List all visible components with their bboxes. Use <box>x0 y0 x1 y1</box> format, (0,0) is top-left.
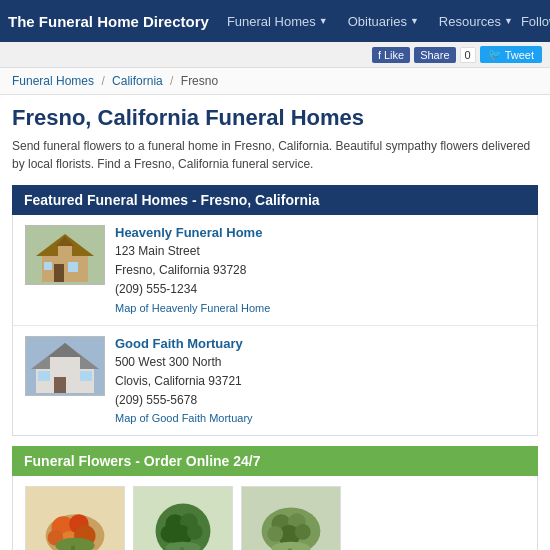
house-image-1 <box>26 226 104 284</box>
nav-resources[interactable]: Resources ▼ <box>431 10 521 33</box>
funeral-home-image-1 <box>25 225 105 285</box>
svg-rect-5 <box>44 262 52 270</box>
resources-arrow: ▼ <box>504 16 513 26</box>
breadcrumb: Funeral Homes / California / Fresno <box>0 68 550 95</box>
flower-item-2[interactable] <box>133 486 233 550</box>
funeral-home-phone-2: (209) 555-5678 <box>115 391 525 410</box>
svg-rect-4 <box>68 262 78 272</box>
nav-links: Funeral Homes ▼ Obituaries ▼ Resources ▼ <box>219 10 521 33</box>
site-brand[interactable]: The Funeral Home Directory <box>8 13 209 30</box>
facebook-like-button[interactable]: f Like <box>372 47 410 63</box>
svg-point-31 <box>160 525 178 543</box>
flowers-grid <box>12 476 538 550</box>
svg-rect-13 <box>80 371 92 381</box>
flower-bouquet-mixed <box>242 487 340 550</box>
funeral-home-name-1[interactable]: Heavenly Funeral Home <box>115 225 525 240</box>
svg-rect-11 <box>54 377 66 393</box>
flower-svg-1 <box>26 486 124 550</box>
navbar: The Funeral Home Directory Funeral Homes… <box>0 0 550 42</box>
house-image-2 <box>26 337 104 395</box>
svg-point-30 <box>187 524 203 540</box>
breadcrumb-california[interactable]: California <box>112 74 163 88</box>
share-count: 0 <box>460 47 476 63</box>
funeral-home-phone-1: (209) 555-1234 <box>115 280 525 299</box>
page-description: Send funeral flowers to a funeral home i… <box>12 137 538 173</box>
funeral-home-image-2 <box>25 336 105 396</box>
svg-point-40 <box>267 526 283 542</box>
social-bar: f Like Share 0 🐦 Tweet <box>0 42 550 68</box>
flower-svg-3 <box>242 486 340 550</box>
flower-item-3[interactable] <box>241 486 341 550</box>
funeral-home-city-1: Fresno, California 93728 <box>115 261 525 280</box>
breadcrumb-current: Fresno <box>181 74 218 88</box>
breadcrumb-sep-2: / <box>170 74 173 88</box>
svg-rect-3 <box>54 264 64 282</box>
funeral-home-address-2: 500 West 300 North <box>115 353 525 372</box>
nav-funeral-homes[interactable]: Funeral Homes ▼ <box>219 10 336 33</box>
twitter-tweet-button[interactable]: 🐦 Tweet <box>480 46 542 63</box>
flowers-header: Funeral Flowers - Order Online 24/7 <box>12 446 538 476</box>
page-title: Fresno, California Funeral Homes <box>12 105 538 131</box>
featured-list: Heavenly Funeral Home 123 Main Street Fr… <box>12 215 538 436</box>
svg-rect-24 <box>71 546 75 550</box>
follow-us-label: Follow Us <box>521 14 550 29</box>
main-content: Fresno, California Funeral Homes Send fu… <box>0 95 550 550</box>
flower-bouquet-green <box>134 487 232 550</box>
flower-item-1[interactable] <box>25 486 125 550</box>
svg-point-39 <box>295 524 311 540</box>
svg-rect-12 <box>38 371 50 381</box>
facebook-share-button[interactable]: Share <box>414 47 455 63</box>
breadcrumb-sep-1: / <box>101 74 104 88</box>
obituaries-arrow: ▼ <box>410 16 419 26</box>
funeral-home-address-1: 123 Main Street <box>115 242 525 261</box>
funeral-home-details-2: Good Faith Mortuary 500 West 300 North C… <box>115 336 525 426</box>
svg-rect-7 <box>58 246 72 256</box>
funeral-home-details-1: Heavenly Funeral Home 123 Main Street Fr… <box>115 225 525 315</box>
funeral-home-item: Heavenly Funeral Home 123 Main Street Fr… <box>13 215 537 326</box>
funeral-home-name-2[interactable]: Good Faith Mortuary <box>115 336 525 351</box>
funeral-home-city-2: Clovis, California 93721 <box>115 372 525 391</box>
funeral-homes-arrow: ▼ <box>319 16 328 26</box>
flower-bouquet-orange <box>26 487 124 550</box>
funeral-home-map-link-1[interactable]: Map of Heavenly Funeral Home <box>115 302 270 314</box>
nav-obituaries[interactable]: Obituaries ▼ <box>340 10 427 33</box>
breadcrumb-funeral-homes[interactable]: Funeral Homes <box>12 74 94 88</box>
funeral-home-item-2: Good Faith Mortuary 500 West 300 North C… <box>13 326 537 436</box>
flower-svg-2 <box>134 486 232 550</box>
fb-icon: f <box>378 49 381 61</box>
twitter-icon: 🐦 <box>488 48 502 61</box>
featured-header: Featured Funeral Homes - Fresno, Califor… <box>12 185 538 215</box>
svg-rect-15 <box>50 357 80 369</box>
funeral-home-map-link-2[interactable]: Map of Good Faith Mortuary <box>115 412 253 424</box>
